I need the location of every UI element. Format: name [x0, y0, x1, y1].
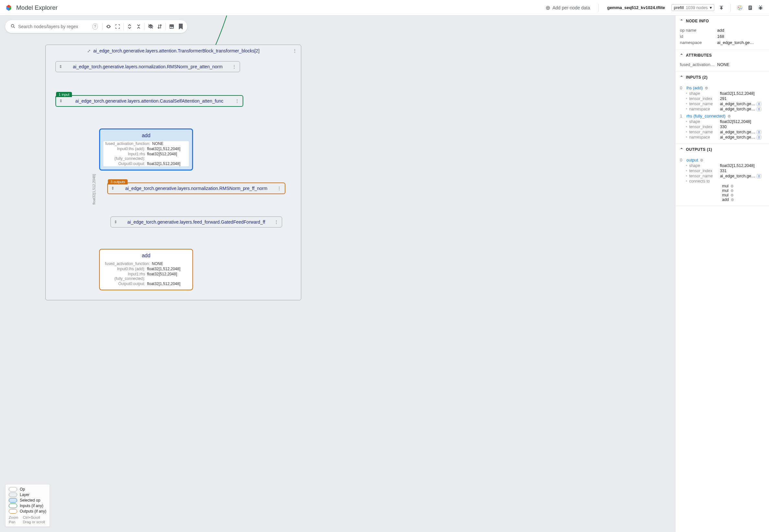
info-value: add: [717, 28, 764, 33]
collapse-icon[interactable]: ⤢: [87, 49, 91, 53]
atten-func-layer[interactable]: 1 input ⇕ ai_edge_torch.generative.layer…: [55, 95, 243, 107]
svg-point-2: [740, 6, 741, 7]
op-title: add: [103, 133, 189, 139]
legend-swatch: [9, 493, 17, 497]
link-chip[interactable]: ⇕: [757, 107, 761, 111]
search-icon: [10, 24, 16, 30]
locate-icon[interactable]: ⊚: [730, 193, 734, 197]
svg-rect-7: [749, 7, 751, 8]
info-value: ai_edge_torch.ge…: [717, 40, 764, 45]
connect-target: mul: [722, 184, 729, 188]
info-key: id: [680, 34, 717, 39]
layer-label: ai_edge_torch.generative.layers.attentio…: [75, 98, 224, 104]
bug-icon[interactable]: [757, 5, 764, 11]
layers-off-icon[interactable]: [146, 22, 155, 31]
expand-all-icon[interactable]: [125, 22, 134, 31]
legend-swatch: [9, 487, 17, 492]
more-icon[interactable]: ⋮: [232, 64, 237, 69]
search-input[interactable]: [18, 24, 90, 29]
add-per-node-data-button[interactable]: ⊕ Add per-node data: [543, 3, 593, 13]
prop-key: tensor_name: [689, 102, 720, 106]
node-info-header[interactable]: ⌃NODE INFO: [675, 16, 769, 27]
prop-value: float32[1,512,2048]: [720, 91, 764, 96]
inputs-header[interactable]: ⌃INPUTS (2): [675, 72, 769, 83]
prop-key: tensor_name: [689, 130, 720, 134]
svg-point-0: [738, 5, 742, 10]
separator: [598, 4, 599, 12]
io-name[interactable]: lhs (add): [686, 85, 703, 90]
floating-toolbar: ?: [5, 20, 187, 33]
more-icon[interactable]: ⋮: [277, 186, 282, 191]
more-icon[interactable]: ⋮: [274, 219, 279, 225]
image-icon[interactable]: [167, 22, 176, 31]
connect-target: mul: [722, 193, 729, 197]
link-chip[interactable]: ⇕: [757, 102, 761, 106]
op-row-key: Input1:rhs (fully_connected):: [105, 272, 147, 281]
expand-icon[interactable]: ⇕: [59, 99, 62, 103]
subgraph-select[interactable]: prefill 1039 nodes ▾: [672, 4, 714, 11]
locate-icon[interactable]: ⊚: [728, 114, 731, 118]
expand-icon[interactable]: ⇕: [114, 220, 117, 224]
link-chip[interactable]: ⇕: [757, 174, 761, 178]
fit-screen-icon[interactable]: [113, 22, 122, 31]
locate-icon[interactable]: ⊚: [700, 158, 703, 162]
info-key: namespace: [680, 40, 717, 45]
op-row-key: Input1:rhs (fully_connected):: [105, 152, 147, 161]
section-title: ATTRIBUTES: [686, 53, 712, 58]
help-icon[interactable]: ?: [92, 23, 98, 30]
prop-key: tensor_index: [689, 125, 720, 129]
prop-value: 291: [720, 96, 764, 101]
locate-icon[interactable]: ⊚: [705, 86, 708, 90]
transformer-block-container: ⤢ ai_edge_torch.generative.layers.attent…: [45, 45, 301, 300]
io-name[interactable]: rhs (fully_connected): [686, 114, 726, 118]
chevron-up-icon: ⌃: [680, 53, 684, 58]
svg-rect-8: [749, 8, 751, 9]
pre-ff-norm-layer[interactable]: 3 outputs ⇕ ai_edge_torch.generative.lay…: [107, 183, 285, 194]
document-icon[interactable]: [747, 5, 753, 11]
block-title: ai_edge_torch.generative.layers.attentio…: [93, 48, 260, 53]
op-row-value: float32[1,512,2048]: [147, 161, 187, 166]
svg-point-1: [738, 6, 739, 7]
io-index: 0: [680, 85, 685, 90]
edge-shape-label: float32[1,512,2048]: [92, 174, 96, 205]
collapse-all-icon[interactable]: [134, 22, 143, 31]
link-chip[interactable]: ⇕: [757, 130, 761, 134]
prop-value: 330: [720, 125, 764, 129]
locate-icon[interactable]: ⊚: [731, 197, 734, 202]
layer-label: ai_edge_torch.generative.layers.normaliz…: [73, 64, 223, 69]
locate-icon[interactable]: ⊚: [730, 188, 734, 193]
bookmark-icon[interactable]: [176, 22, 185, 31]
info-value: 168: [717, 34, 764, 39]
svg-point-4: [739, 8, 740, 9]
pre-atten-norm-layer[interactable]: ⇕ ai_edge_torch.generative.layers.normal…: [55, 61, 240, 72]
section-title: INPUTS (2): [686, 75, 708, 80]
prop-value: ai_edge_torch.ge…⇕: [720, 107, 764, 111]
legend-swatch: [9, 504, 17, 508]
outputs-header[interactable]: ⌃OUTPUTS (1): [675, 144, 769, 155]
prop-value: float32[512,2048]: [720, 119, 764, 124]
palette-icon[interactable]: [737, 5, 743, 11]
add-selected-node[interactable]: add fused_activation_function:NONEInput0…: [99, 128, 193, 171]
prop-key: tensor_name: [689, 174, 720, 178]
visibility-icon[interactable]: [104, 22, 113, 31]
ff-layer[interactable]: ⇕ ai_edge_torch.generative.layers.feed_f…: [110, 216, 282, 227]
io-name[interactable]: output: [686, 158, 698, 162]
graph-canvas[interactable]: ?: [0, 16, 675, 532]
node-count: 1039 nodes: [686, 5, 708, 10]
link-chip[interactable]: ⇕: [757, 135, 761, 139]
legend-swatch: [9, 509, 17, 514]
locate-icon[interactable]: ⊚: [730, 184, 734, 188]
download-icon[interactable]: [718, 5, 725, 11]
expand-icon[interactable]: ⇕: [59, 64, 62, 69]
prop-value: ai_edge_torch.ge…⇕: [720, 130, 764, 134]
attributes-header[interactable]: ⌃ATTRIBUTES: [675, 50, 769, 61]
add-output-node[interactable]: add fused_activation_function:NONEInput0…: [99, 249, 193, 290]
zoom-hint-k: Zoom: [9, 515, 20, 519]
more-icon[interactable]: ⋮: [235, 98, 240, 104]
svg-point-9: [759, 6, 762, 10]
more-icon[interactable]: ⋮: [293, 48, 297, 53]
info-key: fused_activation…: [680, 62, 717, 67]
expand-icon[interactable]: ⇕: [111, 186, 114, 191]
legend-swatch: [9, 498, 17, 503]
sort-icon[interactable]: [155, 22, 164, 31]
